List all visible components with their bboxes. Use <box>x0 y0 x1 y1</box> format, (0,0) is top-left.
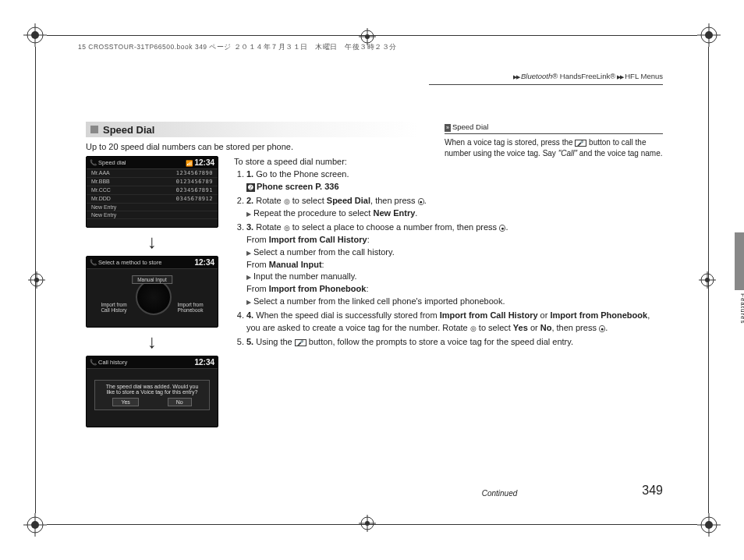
down-arrow-icon: ↓ <box>86 232 218 251</box>
page-number: 349 <box>642 484 663 498</box>
crop-mark-icon <box>23 23 47 47</box>
registration-mark-icon <box>28 271 45 289</box>
screenshot-voice-tag-prompt: 📞 Call history12:34 The speed dial was a… <box>86 356 218 427</box>
svg-point-28 <box>361 517 374 530</box>
thumb-tab <box>735 232 744 290</box>
svg-point-0 <box>27 27 43 43</box>
section-title-bar: Speed Dial <box>86 122 418 137</box>
instruction-steps: To store a speed dial number: 1. Go to t… <box>234 156 663 427</box>
svg-point-13 <box>705 521 713 529</box>
section-intro: Up to 20 speed dial numbers can be store… <box>86 142 413 151</box>
svg-point-17 <box>34 278 39 282</box>
down-arrow-icon: ↓ <box>86 332 218 351</box>
screenshot-speed-dial-list: 📞 Speed dial📶 12:34 Mr.AAA1234567890 Mr.… <box>86 156 218 228</box>
rotate-knob-icon <box>470 323 477 332</box>
breadcrumb: Bluetooth® HandsFreeLink®HFL Menus <box>512 72 663 80</box>
crop-mark-icon <box>697 513 721 537</box>
svg-point-1 <box>31 31 39 39</box>
svg-point-25 <box>365 34 370 39</box>
svg-point-12 <box>701 517 717 533</box>
document-header: 15 CROSSTOUR-31TP66500.book 349 ページ ２０１４… <box>78 43 397 52</box>
svg-point-4 <box>701 27 717 43</box>
rotate-knob-icon <box>284 222 290 232</box>
header-rule <box>429 84 663 85</box>
svg-point-5 <box>705 31 713 39</box>
section-square-icon <box>90 126 98 133</box>
talk-button-icon: 🎤 <box>575 140 586 147</box>
svg-point-9 <box>31 521 39 529</box>
svg-point-16 <box>30 274 43 286</box>
section-title: Speed Dial <box>103 124 154 136</box>
svg-point-24 <box>361 30 374 43</box>
registration-mark-icon <box>359 515 376 532</box>
svg-point-8 <box>27 517 43 533</box>
sidebar-note: »Speed Dial When a voice tag is stored, … <box>445 122 663 159</box>
thumb-tab-label: Features <box>739 293 744 324</box>
talk-button-icon: 🎤 <box>295 339 306 346</box>
crop-mark-icon <box>697 23 721 47</box>
svg-point-29 <box>365 521 370 526</box>
svg-point-21 <box>705 278 710 282</box>
registration-mark-icon <box>699 271 716 289</box>
crop-mark-icon <box>23 513 47 537</box>
press-icon <box>418 196 424 205</box>
continued-label: Continued <box>482 489 518 498</box>
rotate-knob-icon <box>284 196 290 205</box>
svg-point-20 <box>701 274 714 286</box>
screenshot-select-method: 📞 Select a method to store12:34 Manual I… <box>86 256 218 328</box>
press-icon <box>599 323 605 332</box>
